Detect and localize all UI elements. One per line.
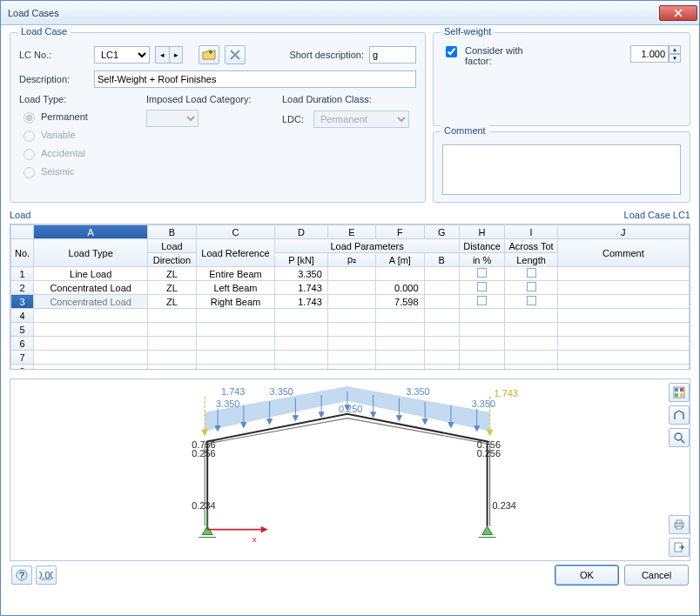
delete-lc-button[interactable] — [225, 45, 246, 64]
svg-text:0.250: 0.250 — [339, 404, 362, 414]
svg-text:3.350: 3.350 — [406, 386, 429, 397]
checkbox-length[interactable] — [527, 268, 536, 278]
col-letter-G[interactable]: G — [424, 225, 459, 239]
radio-permanent[interactable]: Permanent — [19, 110, 141, 124]
hdr-loadref[interactable]: Load Reference — [196, 239, 275, 267]
svg-text:0.256: 0.256 — [192, 448, 215, 459]
svg-marker-33 — [261, 526, 268, 533]
delete-icon — [229, 49, 241, 61]
radio-seismic[interactable]: Seismic — [19, 164, 141, 178]
svg-marker-29 — [482, 526, 493, 535]
lc-next-button[interactable]: ▸ — [169, 46, 183, 64]
consider-checkbox[interactable] — [446, 46, 457, 57]
groupbox-loadcase-title: Load Case — [17, 26, 71, 37]
radio-variable[interactable]: Variable — [19, 128, 141, 142]
units-button[interactable]: 0.00 — [36, 566, 57, 585]
col-letter-C[interactable]: C — [196, 225, 275, 239]
col-letter-D[interactable]: D — [275, 225, 327, 239]
checkbox-length[interactable] — [527, 282, 536, 291]
col-letter-I[interactable]: I — [505, 225, 557, 239]
cancel-button[interactable]: Cancel — [624, 565, 689, 586]
new-lc-button[interactable] — [199, 45, 219, 64]
col-letter-B[interactable]: B — [148, 225, 196, 239]
load-heading: Load — [10, 210, 30, 220]
checkbox-inpct[interactable] — [477, 282, 487, 291]
table-row[interactable]: 1Line LoadZLEntire Beam3.350 — [11, 267, 690, 281]
groupbox-comment-title: Comment — [441, 125, 489, 136]
radio-accidental[interactable]: Accidental — [19, 146, 141, 160]
ok-button[interactable]: OK — [555, 565, 619, 586]
hdr-no: No. — [11, 239, 34, 267]
hdr-comment[interactable]: Comment — [557, 239, 689, 267]
ldc-combo[interactable]: Permanent — [313, 110, 409, 128]
table-row[interactable]: 7 — [11, 351, 690, 365]
decimals-icon: 0.00 — [39, 569, 53, 581]
table-row[interactable]: 4 — [11, 309, 690, 323]
export-button[interactable] — [669, 538, 690, 557]
groupbox-comment: Comment — [433, 131, 690, 203]
desc-input[interactable] — [94, 70, 416, 88]
hdr-loadtype[interactable]: Load Type — [34, 239, 148, 267]
svg-text:0.234: 0.234 — [493, 500, 516, 511]
hdr-p[interactable]: P [kN] — [275, 253, 327, 267]
new-folder-icon — [202, 49, 216, 61]
shortdesc-input[interactable] — [369, 46, 416, 64]
hdr-loaddir[interactable]: Direction — [148, 253, 196, 267]
view-settings-button[interactable] — [669, 383, 690, 402]
checkbox-inpct[interactable] — [477, 268, 487, 278]
svg-rect-52 — [675, 393, 678, 397]
zoom-button[interactable] — [669, 428, 690, 447]
print-button[interactable] — [669, 515, 690, 534]
preview-canvas[interactable]: 1.743 3.350 0.250 3.350 3.350 3.350 1.74… — [10, 379, 667, 560]
imposed-combo[interactable] — [146, 110, 199, 127]
table-row[interactable]: 6 — [11, 337, 690, 351]
factor-spinner[interactable]: ▲▼ — [630, 45, 681, 63]
svg-text:1.743: 1.743 — [221, 386, 245, 397]
hdr-inpct[interactable]: in % — [459, 253, 504, 267]
svg-rect-53 — [680, 393, 683, 397]
col-letter-E[interactable]: E — [327, 225, 375, 239]
col-letter-H[interactable]: H — [459, 225, 504, 239]
lcno-label: LC No.: — [19, 50, 89, 60]
svg-point-54 — [675, 433, 682, 440]
help-button[interactable]: ? — [11, 566, 32, 585]
hdr-b[interactable]: B — [424, 253, 459, 267]
factor-up[interactable]: ▲ — [669, 45, 681, 54]
factor-input[interactable] — [630, 45, 669, 63]
svg-marker-9 — [293, 416, 298, 421]
checkbox-inpct[interactable] — [477, 296, 487, 305]
load-table[interactable]: ABCDEFGHIJNo.Load TypeLoadLoad Reference… — [10, 224, 690, 370]
col-letter-J[interactable]: J — [557, 225, 689, 239]
checkbox-length[interactable] — [527, 296, 536, 305]
comment-textarea[interactable] — [442, 144, 681, 195]
hdr-loadparams: Load Parameters — [275, 239, 460, 253]
window-title: Load Cases — [8, 8, 659, 18]
table-row[interactable]: 3Concentrated LoadZLRight Beam1.7437.598 — [11, 295, 690, 309]
shortdesc-label: Short description: — [289, 50, 364, 60]
svg-marker-17 — [396, 416, 401, 421]
close-button[interactable] — [659, 5, 697, 21]
table-row[interactable]: 5 — [11, 323, 690, 337]
svg-text:x: x — [252, 534, 257, 544]
hdr-loaddir-top[interactable]: Load — [148, 239, 196, 253]
svg-marker-27 — [487, 430, 494, 437]
table-row[interactable]: 8 — [11, 365, 690, 371]
lc-prev-button[interactable]: ◂ — [155, 46, 169, 64]
col-letter-A[interactable]: A — [34, 225, 148, 239]
svg-text:3.350: 3.350 — [216, 398, 239, 409]
hdr-a[interactable]: A [m] — [376, 253, 424, 267]
hdr-p2[interactable]: p₂ — [327, 253, 375, 267]
help-icon: ? — [16, 569, 28, 581]
magnifier-icon — [673, 432, 685, 444]
wireframe-button[interactable] — [669, 405, 690, 425]
svg-marker-21 — [448, 423, 454, 428]
svg-marker-15 — [371, 412, 376, 418]
lcno-combo[interactable]: LC1 — [94, 46, 150, 64]
factor-down[interactable]: ▼ — [669, 54, 681, 63]
consider-label: Consider with factor: — [465, 45, 543, 66]
table-row[interactable]: 2Concentrated LoadZLLeft Beam1.7430.000 — [11, 281, 690, 295]
groupbox-selfweight-title: Self-weight — [441, 26, 495, 37]
col-letter-F[interactable]: F — [376, 225, 424, 239]
ldc-label: LDC: — [282, 114, 308, 124]
hdr-length[interactable]: Length — [505, 253, 557, 267]
